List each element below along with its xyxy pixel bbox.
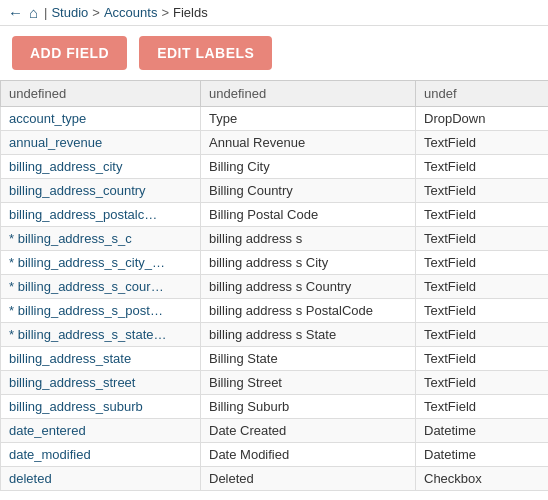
field-label-cell: billing address s State — [201, 323, 416, 347]
field-label-cell: Billing Street — [201, 371, 416, 395]
field-type-cell: TextField — [416, 347, 549, 371]
field-name-cell: billing_address_city — [1, 155, 201, 179]
field-label-cell: billing address s PostalCode — [201, 299, 416, 323]
table-row[interactable]: * billing_address_s_cour…billing address… — [1, 275, 549, 299]
table-row[interactable]: date_modifiedDate ModifiedDatetime — [1, 443, 549, 467]
field-name-cell: * billing_address_s_city_… — [1, 251, 201, 275]
field-label-cell: billing address s City — [201, 251, 416, 275]
field-label-cell: Billing Postal Code — [201, 203, 416, 227]
field-type-cell: Datetime — [416, 443, 549, 467]
field-label-cell: Type — [201, 107, 416, 131]
table-row[interactable]: deletedDeletedCheckbox — [1, 467, 549, 491]
table-row[interactable]: billing_address_stateBilling StateTextFi… — [1, 347, 549, 371]
field-label-cell: billing address s — [201, 227, 416, 251]
fields-table-wrapper: undefined undefined undef account_typeTy… — [0, 80, 548, 491]
fields-table: undefined undefined undef account_typeTy… — [0, 80, 548, 491]
field-name-cell: * billing_address_s_c — [1, 227, 201, 251]
col-header-type[interactable]: undef — [416, 81, 549, 107]
separator-3: > — [161, 5, 169, 20]
field-name-cell: * billing_address_s_cour… — [1, 275, 201, 299]
field-label-cell: billing address s Country — [201, 275, 416, 299]
table-row[interactable]: account_typeTypeDropDown — [1, 107, 549, 131]
field-label-cell: Billing Country — [201, 179, 416, 203]
table-row[interactable]: date_enteredDate CreatedDatetime — [1, 419, 549, 443]
field-label-cell: Billing State — [201, 347, 416, 371]
field-name-cell: annual_revenue — [1, 131, 201, 155]
field-name-cell: * billing_address_s_post… — [1, 299, 201, 323]
table-row[interactable]: billing_address_streetBilling StreetText… — [1, 371, 549, 395]
field-name-cell: date_entered — [1, 419, 201, 443]
table-row[interactable]: annual_revenueAnnual RevenueTextField — [1, 131, 549, 155]
field-type-cell: TextField — [416, 251, 549, 275]
table-row[interactable]: * billing_address_s_state…billing addres… — [1, 323, 549, 347]
field-type-cell: DropDown — [416, 107, 549, 131]
back-button[interactable]: ← — [8, 4, 23, 21]
table-header-row: undefined undefined undef — [1, 81, 549, 107]
field-label-cell: Date Modified — [201, 443, 416, 467]
add-field-button[interactable]: ADD FIELD — [12, 36, 127, 70]
field-type-cell: TextField — [416, 323, 549, 347]
nav-studio[interactable]: Studio — [51, 5, 88, 20]
table-row[interactable]: billing_address_countryBilling CountryTe… — [1, 179, 549, 203]
field-label-cell: Annual Revenue — [201, 131, 416, 155]
field-name-cell: billing_address_street — [1, 371, 201, 395]
field-name-cell: * billing_address_s_state… — [1, 323, 201, 347]
field-type-cell: Datetime — [416, 419, 549, 443]
table-row[interactable]: billing_address_postalc…Billing Postal C… — [1, 203, 549, 227]
field-type-cell: TextField — [416, 395, 549, 419]
home-button[interactable]: ⌂ — [29, 4, 38, 21]
field-name-cell: deleted — [1, 467, 201, 491]
field-label-cell: Billing Suburb — [201, 395, 416, 419]
field-label-cell: Deleted — [201, 467, 416, 491]
field-type-cell: TextField — [416, 203, 549, 227]
col-header-field[interactable]: undefined — [1, 81, 201, 107]
separator-2: > — [92, 5, 100, 20]
col-header-label[interactable]: undefined — [201, 81, 416, 107]
nav-bar: ← ⌂ | Studio > Accounts > Fields — [0, 0, 548, 26]
table-row[interactable]: billing_address_cityBilling CityTextFiel… — [1, 155, 549, 179]
field-name-cell: billing_address_country — [1, 179, 201, 203]
field-type-cell: Checkbox — [416, 467, 549, 491]
field-type-cell: TextField — [416, 131, 549, 155]
field-label-cell: Billing City — [201, 155, 416, 179]
field-type-cell: TextField — [416, 299, 549, 323]
table-row[interactable]: * billing_address_s_post…billing address… — [1, 299, 549, 323]
field-name-cell: billing_address_suburb — [1, 395, 201, 419]
field-type-cell: TextField — [416, 275, 549, 299]
field-type-cell: TextField — [416, 227, 549, 251]
field-type-cell: TextField — [416, 179, 549, 203]
field-name-cell: billing_address_postalc… — [1, 203, 201, 227]
field-name-cell: billing_address_state — [1, 347, 201, 371]
nav-fields: Fields — [173, 5, 208, 20]
button-bar: ADD FIELD EDIT LABELS — [0, 26, 548, 80]
field-name-cell: account_type — [1, 107, 201, 131]
field-type-cell: TextField — [416, 371, 549, 395]
field-name-cell: date_modified — [1, 443, 201, 467]
table-row[interactable]: billing_address_suburbBilling SuburbText… — [1, 395, 549, 419]
field-type-cell: TextField — [416, 155, 549, 179]
table-row[interactable]: * billing_address_s_cbilling address sTe… — [1, 227, 549, 251]
nav-accounts[interactable]: Accounts — [104, 5, 157, 20]
edit-labels-button[interactable]: EDIT LABELS — [139, 36, 272, 70]
table-row[interactable]: * billing_address_s_city_…billing addres… — [1, 251, 549, 275]
separator-1: | — [44, 5, 47, 20]
field-label-cell: Date Created — [201, 419, 416, 443]
